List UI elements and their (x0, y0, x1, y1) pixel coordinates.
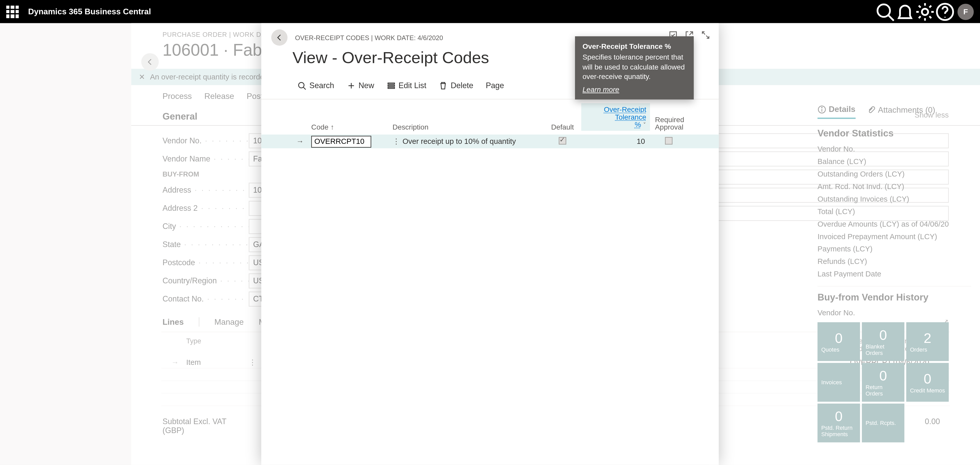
description-cell: Over receipt up to 10% of quantity (402, 137, 544, 145)
tooltip-title: Over-Receipt Tolerance % (582, 43, 686, 50)
modal-breadcrumb: OVER-RECEIPT CODES | WORK DATE: 4/6/2020 (295, 34, 443, 41)
tooltip: Over-Receipt Tolerance % Specifies toler… (575, 36, 694, 99)
tooltip-learn-more-link[interactable]: Learn more (582, 85, 686, 93)
notifications-icon[interactable] (895, 2, 915, 21)
col-tolerance[interactable]: Over-Receipt Tolerance % ˅ (581, 103, 650, 131)
svg-line-1 (889, 15, 894, 21)
new-button[interactable]: New (342, 79, 379, 93)
grid-row[interactable]: → ⋮ Over receipt up to 10% of quantity 1… (261, 135, 719, 149)
col-default[interactable]: Default (544, 123, 581, 131)
col-tolerance-link[interactable]: Over-Receipt Tolerance (604, 106, 646, 121)
svg-rect-12 (388, 83, 394, 84)
search-icon[interactable] (875, 2, 895, 21)
app-title: Dynamics 365 Business Central (28, 7, 151, 16)
svg-line-9 (304, 87, 306, 89)
row-indicator-icon: → (296, 137, 311, 145)
required-approval-checkbox[interactable] (665, 137, 673, 144)
row-more-icon[interactable]: ⋮ (393, 137, 402, 145)
page-button[interactable]: Page (481, 79, 509, 93)
svg-point-8 (299, 83, 304, 88)
svg-point-0 (877, 4, 890, 17)
tooltip-body: Specifies tolerance percent that will be… (582, 53, 686, 82)
settings-icon[interactable] (915, 2, 935, 21)
app-launcher-icon[interactable] (6, 5, 19, 18)
code-input[interactable] (311, 136, 371, 147)
col-code[interactable]: Code ↑ (311, 123, 393, 131)
svg-rect-13 (388, 85, 394, 86)
svg-rect-14 (388, 87, 394, 88)
modal-back-button[interactable] (271, 29, 288, 46)
col-required-approval[interactable]: Required Approval (650, 116, 687, 131)
col-description[interactable]: Description (393, 123, 544, 131)
edit-list-button[interactable]: Edit List (382, 79, 431, 93)
svg-point-2 (922, 8, 928, 14)
default-checkbox (558, 137, 566, 144)
tolerance-cell[interactable]: 10 (581, 137, 650, 145)
search-button[interactable]: Search (293, 79, 339, 93)
user-avatar[interactable]: F (958, 3, 974, 20)
delete-button[interactable]: Delete (434, 79, 478, 93)
chevron-down-icon[interactable]: ˅ (643, 122, 646, 128)
help-icon[interactable] (935, 2, 955, 21)
modal-expand-icon[interactable] (701, 31, 710, 42)
col-tolerance-pct[interactable]: % (635, 121, 641, 128)
